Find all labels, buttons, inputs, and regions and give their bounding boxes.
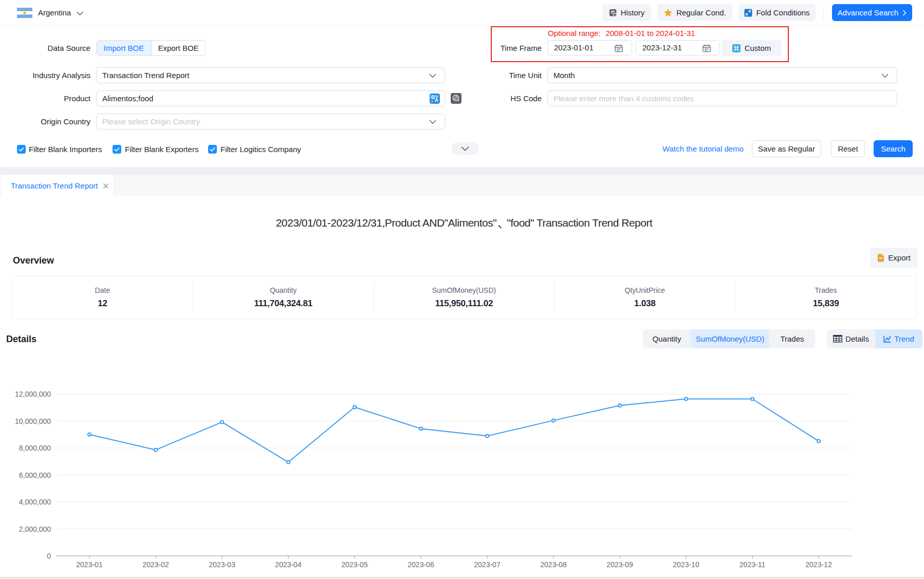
svg-text:4,000,000: 4,000,000	[19, 498, 51, 506]
svg-text:2023-11: 2023-11	[740, 561, 766, 569]
svg-text:2023-04: 2023-04	[275, 561, 302, 569]
svg-text:2023-09: 2023-09	[606, 561, 633, 569]
svg-text:2023-06: 2023-06	[408, 561, 434, 569]
svg-text:2023-05: 2023-05	[341, 561, 368, 569]
svg-text:2023-08: 2023-08	[540, 561, 567, 569]
svg-text:2023-12: 2023-12	[805, 561, 832, 569]
svg-text:8,000,000: 8,000,000	[19, 444, 51, 452]
svg-text:2023-07: 2023-07	[474, 561, 501, 569]
svg-text:12,000,000: 12,000,000	[15, 390, 51, 398]
svg-text:10,000,000: 10,000,000	[15, 417, 51, 425]
svg-text:2023-10: 2023-10	[673, 561, 699, 569]
svg-text:0: 0	[47, 552, 51, 560]
svg-text:2,000,000: 2,000,000	[19, 525, 51, 533]
svg-text:2023-02: 2023-02	[142, 561, 169, 569]
svg-text:2023-03: 2023-03	[209, 561, 235, 569]
svg-text:6,000,000: 6,000,000	[19, 471, 51, 479]
svg-text:2023-01: 2023-01	[76, 561, 103, 569]
